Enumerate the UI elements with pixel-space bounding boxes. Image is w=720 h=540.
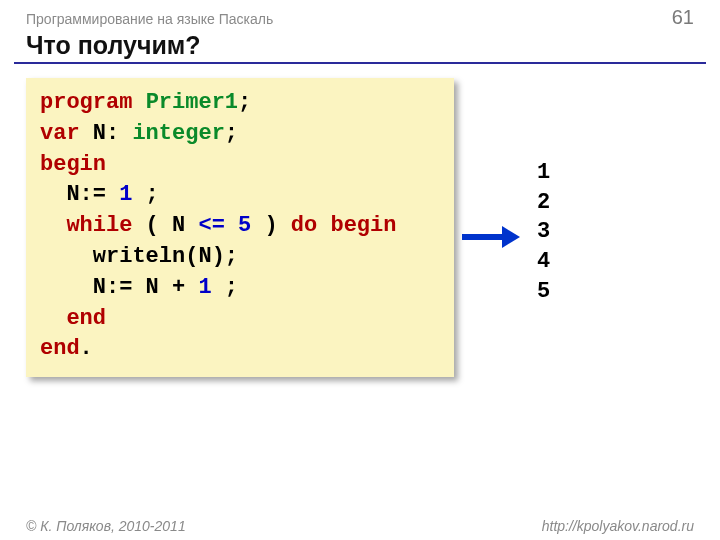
code-listing: program Primer1; var N: integer; begin N… <box>26 78 454 377</box>
subject-label: Программирование на языке Паскаль <box>26 11 273 27</box>
page-title: Что получим? <box>26 31 694 60</box>
program-output: 1 2 3 4 5 <box>537 158 550 306</box>
arrow-head <box>502 226 520 248</box>
slide-header: Программирование на языке Паскаль 61 <box>0 0 720 29</box>
code-line: N:= N + 1 ; <box>40 273 440 304</box>
title-underline <box>14 62 706 64</box>
arrow-icon <box>462 226 520 248</box>
code-line: N:= 1 ; <box>40 180 440 211</box>
code-line: while ( N <= 5 ) do begin <box>40 211 440 242</box>
page-number: 61 <box>672 6 694 29</box>
code-line: var N: integer; <box>40 119 440 150</box>
content-area: program Primer1; var N: integer; begin N… <box>0 78 720 377</box>
code-line: writeln(N); <box>40 242 440 273</box>
code-line: end <box>40 304 440 335</box>
code-line: begin <box>40 150 440 181</box>
arrow-shaft <box>462 234 504 240</box>
code-line: program Primer1; <box>40 88 440 119</box>
copyright-label: © К. Поляков, 2010-2011 <box>26 518 186 534</box>
code-line: end. <box>40 334 440 365</box>
url-label: http://kpolyakov.narod.ru <box>542 518 694 534</box>
slide-footer: © К. Поляков, 2010-2011 http://kpolyakov… <box>0 518 720 534</box>
